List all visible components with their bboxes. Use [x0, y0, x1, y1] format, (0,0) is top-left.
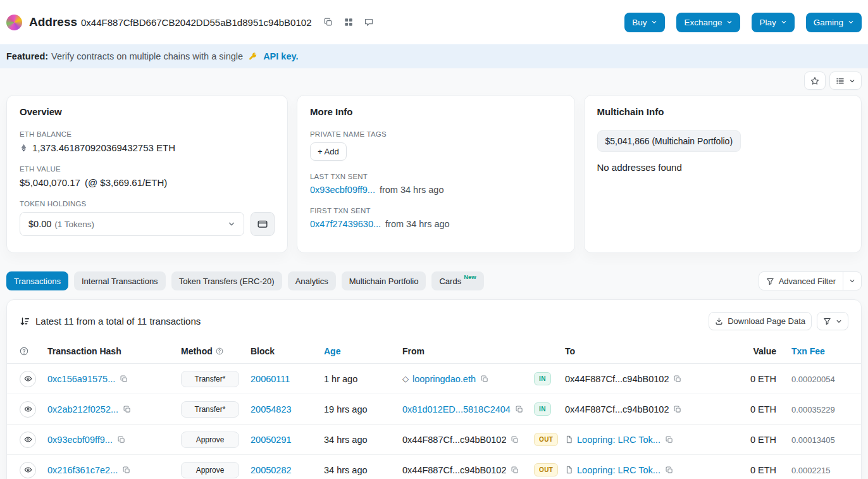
- column-from: From: [402, 346, 534, 356]
- table-row: 0x2ab212f0252... Transfer* 20054823 19 h…: [7, 394, 861, 425]
- copy-to-button[interactable]: [664, 435, 674, 445]
- copy-to-button[interactable]: [673, 404, 683, 414]
- tab-label: Cards: [439, 277, 461, 286]
- copy-tx-hash-button[interactable]: [119, 374, 129, 384]
- tabs-row: Transactions Internal Transactions Token…: [0, 253, 868, 290]
- copy-from-button[interactable]: [514, 404, 524, 414]
- qr-code-button[interactable]: [342, 15, 356, 29]
- last-txn-hash-link[interactable]: 0x93ecbf09ff9...: [310, 185, 375, 195]
- tx-hash-link[interactable]: 0x216f361c7e2...: [47, 465, 118, 475]
- tab-cards[interactable]: CardsNew: [431, 271, 483, 290]
- copy-tx-hash-button[interactable]: [116, 435, 127, 445]
- block-link[interactable]: 20050282: [251, 465, 292, 475]
- play-label: Play: [759, 18, 776, 27]
- chevron-down-icon: [228, 220, 235, 228]
- to-contract-link[interactable]: Loopring: LRC Tok...: [577, 435, 660, 445]
- wallet-button[interactable]: [251, 212, 275, 236]
- tab-multichain-portfolio[interactable]: Multichain Portfolio: [342, 271, 426, 290]
- from-address-text: 0x44F887Cf...c94bB0102: [402, 435, 506, 445]
- buy-label: Buy: [632, 18, 647, 27]
- table-filter-button[interactable]: [817, 312, 848, 330]
- tx-hash-link[interactable]: 0x93ecbf09ff9...: [47, 435, 113, 445]
- tab-token-transfers[interactable]: Token Transfers (ERC-20): [171, 271, 282, 290]
- tx-hash-link[interactable]: 0xc156a91575...: [47, 374, 115, 384]
- block-link[interactable]: 20050291: [251, 435, 292, 445]
- help-icon[interactable]: [216, 347, 223, 355]
- overview-card: Overview ETH BALANCE 1,373.4618709203694…: [6, 95, 288, 253]
- tab-internal-transactions[interactable]: Internal Transactions: [74, 271, 166, 290]
- gaming-menu-button[interactable]: Gaming: [806, 13, 862, 32]
- comment-button[interactable]: [362, 15, 376, 29]
- exchange-menu-button[interactable]: Exchange: [676, 13, 740, 32]
- column-to: To: [565, 346, 722, 356]
- direction-badge: OUT: [534, 463, 558, 476]
- advanced-filter-chevron-button[interactable]: [843, 272, 861, 290]
- contract-file-icon: [565, 435, 573, 444]
- table-header-row: Transaction Hash Method Block Age From T…: [7, 339, 861, 364]
- column-transaction-hash: Transaction Hash: [47, 346, 181, 356]
- multichain-portfolio-badge[interactable]: $5,041,866 (Multichain Portfolio): [597, 130, 741, 152]
- token-holdings-count: (1 Tokens): [54, 220, 94, 229]
- info-cards: Overview ETH BALANCE 1,373.4618709203694…: [0, 90, 868, 253]
- age-cell: 1 hr ago: [324, 374, 402, 384]
- buy-menu-button[interactable]: Buy: [624, 13, 665, 32]
- play-menu-button[interactable]: Play: [752, 13, 794, 32]
- new-badge: New: [464, 273, 476, 280]
- tx-preview-button[interactable]: [20, 432, 36, 448]
- eth-balance-value: 1,373.461870920369432753 ETH: [32, 142, 175, 153]
- promo-nav: Buy Exchange Play Gaming: [624, 13, 862, 32]
- tx-preview-button[interactable]: [20, 371, 36, 387]
- token-holdings-select[interactable]: $0.00 (1 Tokens): [20, 212, 244, 236]
- private-name-tags-label: PRIVATE NAME TAGS: [310, 130, 562, 138]
- column-age-toggle[interactable]: Age: [324, 346, 402, 356]
- eth-value-label: ETH VALUE: [20, 165, 275, 173]
- column-txn-fee-toggle[interactable]: Txn Fee: [776, 346, 848, 356]
- chevron-down-icon: [726, 19, 733, 25]
- copy-to-button[interactable]: [664, 465, 674, 475]
- to-contract-link[interactable]: Loopring: LRC Tok...: [577, 465, 660, 475]
- tab-label: Internal Transactions: [82, 277, 158, 286]
- tx-preview-button[interactable]: [20, 401, 36, 418]
- api-key-link[interactable]: API key.: [263, 51, 298, 61]
- block-link[interactable]: 20054823: [251, 404, 292, 414]
- copy-from-button[interactable]: [510, 465, 520, 475]
- first-txn-hash-link[interactable]: 0x47f27439630...: [310, 219, 381, 229]
- token-holdings-label: TOKEN HOLDINGS: [20, 200, 275, 208]
- copy-from-button[interactable]: [480, 374, 490, 384]
- table-row: 0x93ecbf09ff9... Approve 20050291 34 hrs…: [7, 425, 861, 455]
- eye-icon: [24, 435, 32, 444]
- add-name-tag-button[interactable]: + Add: [310, 142, 347, 161]
- txn-fee-cell: 0.00020054: [791, 375, 835, 384]
- qr-grid-icon: [344, 18, 353, 27]
- from-address-link[interactable]: 0x81d012ED...5818C2404: [402, 404, 511, 414]
- tab-label: Token Transfers (ERC-20): [179, 277, 275, 286]
- from-address-link[interactable]: loopringdao.eth: [412, 374, 476, 384]
- filter-icon: [823, 317, 831, 325]
- favorite-button[interactable]: [804, 72, 826, 90]
- value-cell: 0 ETH: [722, 374, 776, 384]
- copy-to-button[interactable]: [673, 374, 683, 384]
- block-link[interactable]: 20060111: [251, 374, 290, 384]
- tab-transactions[interactable]: Transactions: [6, 271, 68, 290]
- download-page-data-button[interactable]: Download Page Data: [709, 312, 812, 330]
- comment-icon: [364, 18, 373, 27]
- tab-analytics[interactable]: Analytics: [288, 271, 336, 290]
- copy-address-button[interactable]: [321, 15, 335, 29]
- copy-icon: [511, 466, 519, 474]
- more-info-card: More Info PRIVATE NAME TAGS + Add LAST T…: [297, 95, 575, 253]
- copy-tx-hash-button[interactable]: [122, 404, 132, 414]
- value-cell: 0 ETH: [722, 435, 776, 445]
- advanced-filter-button[interactable]: Advanced Filter: [759, 272, 843, 290]
- copy-from-button[interactable]: [510, 435, 520, 445]
- tx-preview-button[interactable]: [20, 462, 36, 478]
- tx-hash-link[interactable]: 0x2ab212f0252...: [47, 404, 118, 414]
- filter-icon: [766, 277, 774, 285]
- eth-value-field: ETH VALUE $5,040,070.17 (@ $3,669.61/ETH…: [20, 165, 275, 188]
- copy-icon: [481, 375, 488, 383]
- copy-tx-hash-button[interactable]: [121, 465, 132, 475]
- ens-diamond-icon: ◇: [402, 375, 409, 383]
- overview-title: Overview: [20, 106, 275, 117]
- more-options-button[interactable]: [829, 72, 862, 90]
- first-txn-time: from 34 hrs ago: [385, 219, 450, 229]
- help-icon[interactable]: [20, 347, 28, 356]
